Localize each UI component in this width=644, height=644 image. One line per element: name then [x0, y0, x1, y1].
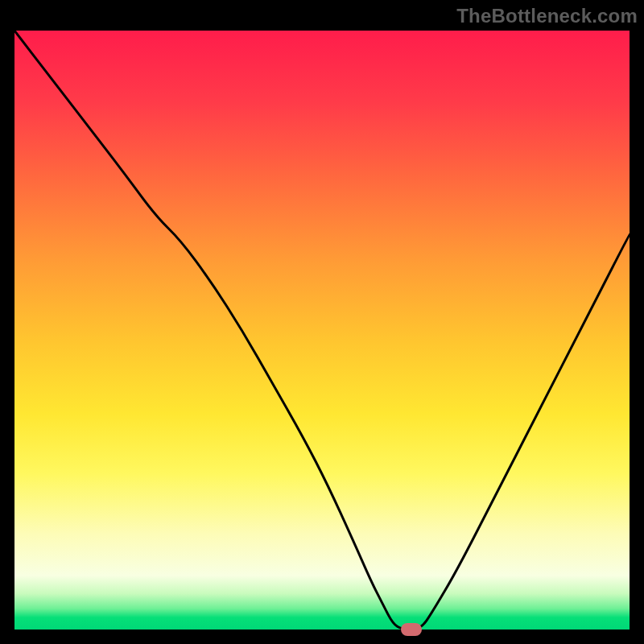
chart-frame: TheBottleneck.com [0, 0, 644, 644]
bottleneck-curve [14, 31, 630, 630]
optimal-point-marker [401, 623, 422, 636]
watermark-text: TheBottleneck.com [456, 5, 638, 27]
plot-area [14, 31, 630, 630]
